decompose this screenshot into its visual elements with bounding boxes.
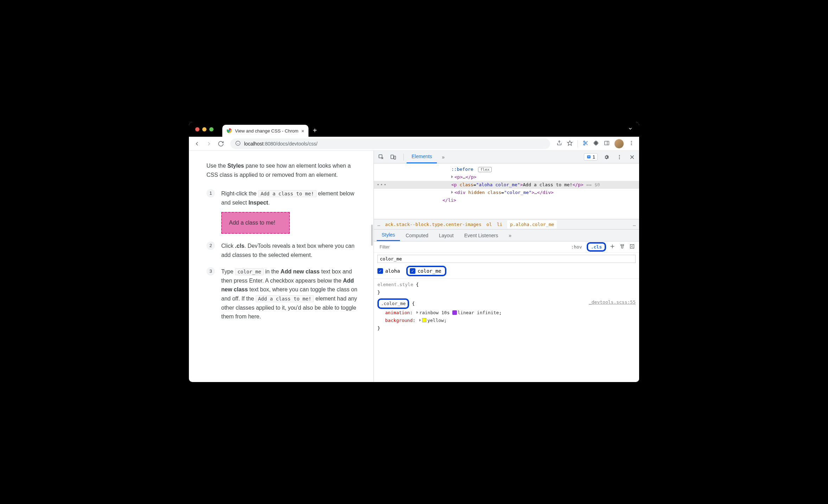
address-bar: localhost:8080/docs/devtools/css/ — [189, 137, 639, 151]
expand-triangle-icon[interactable] — [451, 175, 453, 178]
class-checks: ✓ aloha ✓ color_me — [377, 266, 636, 276]
expand-triangle-icon[interactable] — [451, 191, 453, 194]
new-tab-button[interactable]: + — [313, 127, 317, 137]
svg-point-13 — [631, 141, 632, 142]
styles-filter-row: :hov .cls — [374, 241, 639, 253]
scrollbar-thumb[interactable] — [371, 225, 373, 246]
dom-breadcrumb[interactable]: … ack.stack--block.type.center-images ol… — [374, 219, 639, 230]
breadcrumb-ellipsis[interactable]: … — [377, 222, 380, 227]
back-button[interactable] — [192, 139, 202, 148]
code-snippet: Add a class to me! — [256, 295, 314, 302]
intro-paragraph: Use the Styles pane to see how an elemen… — [206, 161, 363, 179]
tab-strip: View and change CSS - Chrom × + — [222, 122, 628, 137]
svg-rect-21 — [588, 157, 590, 157]
sidepanel-icon[interactable] — [604, 140, 610, 147]
close-window-button[interactable] — [195, 127, 199, 131]
rule-element-style[interactable]: element.style {} — [377, 281, 636, 296]
svg-point-15 — [631, 144, 632, 145]
more-vert-icon[interactable] — [615, 153, 624, 161]
tab-close-icon[interactable]: × — [301, 128, 304, 134]
dom-line-selected[interactable]: ••• <p class="aloha color_me">Add a clas… — [374, 181, 639, 189]
tab-styles[interactable]: Styles — [377, 230, 400, 241]
class-check-label: aloha — [385, 268, 400, 274]
color-swatch-icon[interactable] — [422, 318, 426, 322]
bezier-editor-icon[interactable] — [452, 310, 457, 315]
tab-computed[interactable]: Computed — [401, 230, 433, 241]
tab-event-listeners[interactable]: Event Listeners — [459, 230, 503, 241]
tab-layout[interactable]: Layout — [434, 230, 459, 241]
reload-button[interactable] — [216, 139, 225, 148]
settings-gear-icon[interactable] — [602, 153, 611, 162]
class-check-aloha[interactable]: ✓ aloha — [377, 268, 400, 274]
hov-toggle[interactable]: :hov — [569, 244, 584, 250]
expand-triangle-icon[interactable] — [419, 319, 421, 322]
step-3: Type color_me in the Add new class text … — [206, 267, 363, 321]
svg-rect-18 — [394, 156, 396, 159]
overflow-menu-icon[interactable]: ••• — [377, 181, 387, 189]
menu-dots-icon[interactable] — [629, 140, 634, 147]
rule-color-me[interactable]: _devtools.scss:55 .color_me { animation:… — [377, 298, 636, 332]
breadcrumb-item[interactable]: ack.stack--block.type.center-images — [385, 222, 482, 227]
url-text: localhost:8080/docs/devtools/css/ — [244, 141, 318, 147]
rule-source-link[interactable]: _devtools.scss:55 — [589, 298, 636, 306]
tab-more-styles[interactable]: » — [504, 230, 516, 241]
scissors-icon[interactable] — [583, 140, 588, 147]
paint-brush-icon[interactable] — [619, 243, 626, 251]
dom-tree[interactable]: ::before flex <p>…</p> ••• <p class="alo… — [374, 163, 639, 219]
devtools-topbar: Elements » 1 — [374, 151, 639, 163]
forward-button[interactable] — [204, 139, 214, 148]
site-info-icon[interactable] — [235, 141, 241, 147]
title-bar: View and change CSS - Chrom × + — [189, 122, 639, 137]
rule-selector[interactable]: .color_me — [377, 298, 409, 309]
steps-list: Right-click the Add a class to me! eleme… — [206, 189, 363, 321]
code-snippet: Add a class to me! — [258, 190, 317, 197]
step-2: Click .cls. DevTools reveals a text box … — [206, 241, 363, 259]
share-icon[interactable] — [556, 140, 562, 147]
window-menu-chevron-icon[interactable] — [628, 126, 633, 133]
close-devtools-icon[interactable] — [628, 153, 636, 161]
breadcrumb-item[interactable]: ol — [486, 222, 492, 227]
dom-line-before[interactable]: ::before flex — [374, 166, 639, 173]
checkbox-checked-icon[interactable]: ✓ — [410, 268, 415, 274]
class-check-color-me[interactable]: ✓ color_me — [406, 266, 446, 276]
minimize-window-button[interactable] — [202, 127, 206, 131]
bookmark-star-icon[interactable] — [567, 140, 573, 147]
device-toolbar-icon[interactable] — [389, 153, 398, 162]
svg-marker-6 — [567, 141, 572, 145]
css-property-background[interactable]: background: yellow; — [377, 317, 636, 324]
cls-toggle[interactable]: .cls — [587, 242, 606, 252]
devtools-panel: Elements » 1 — [374, 151, 639, 382]
browser-tab[interactable]: View and change CSS - Chrom × — [222, 125, 308, 137]
dom-line-li-close[interactable]: </li> — [374, 196, 639, 204]
add-class-input[interactable] — [377, 255, 636, 263]
styles-tabs: Styles Computed Layout Event Listeners » — [374, 230, 639, 241]
new-style-rule-icon[interactable] — [609, 243, 616, 251]
checkbox-checked-icon[interactable]: ✓ — [377, 268, 383, 274]
inspect-element-icon[interactable] — [377, 153, 386, 162]
avatar[interactable] — [614, 139, 624, 148]
css-property-animation[interactable]: animation: rainbow 10s linear infinite; — [377, 309, 636, 317]
tab-more[interactable]: » — [437, 151, 450, 163]
svg-point-23 — [619, 156, 620, 157]
dom-line-p-collapsed[interactable]: <p>…</p> — [374, 173, 639, 181]
computed-panel-icon[interactable] — [629, 243, 636, 251]
maximize-window-button[interactable] — [209, 127, 214, 131]
extensions-icon[interactable] — [593, 140, 599, 147]
breadcrumb-item-current[interactable]: p.aloha.color_me — [507, 220, 557, 228]
style-rules[interactable]: element.style {} _devtools.scss:55 .colo… — [374, 279, 639, 382]
svg-rect-17 — [391, 155, 394, 159]
issues-badge[interactable]: 1 — [584, 153, 598, 161]
tab-elements[interactable]: Elements — [407, 151, 437, 163]
svg-rect-11 — [605, 141, 609, 145]
class-check-label: color_me — [418, 268, 441, 274]
svg-rect-29 — [630, 245, 634, 248]
demo-add-class-box[interactable]: Add a class to me! — [221, 212, 290, 234]
breadcrumb-ellipsis[interactable]: … — [633, 222, 636, 227]
breadcrumb-item[interactable]: li — [497, 222, 502, 227]
expand-triangle-icon[interactable] — [416, 311, 418, 314]
styles-filter-input[interactable] — [377, 243, 566, 251]
dom-line-div[interactable]: <div hidden class="color_me">…</div> — [374, 189, 639, 196]
svg-rect-20 — [588, 156, 590, 156]
flex-badge[interactable]: flex — [478, 167, 492, 172]
url-field[interactable]: localhost:8080/docs/devtools/css/ — [230, 138, 550, 149]
